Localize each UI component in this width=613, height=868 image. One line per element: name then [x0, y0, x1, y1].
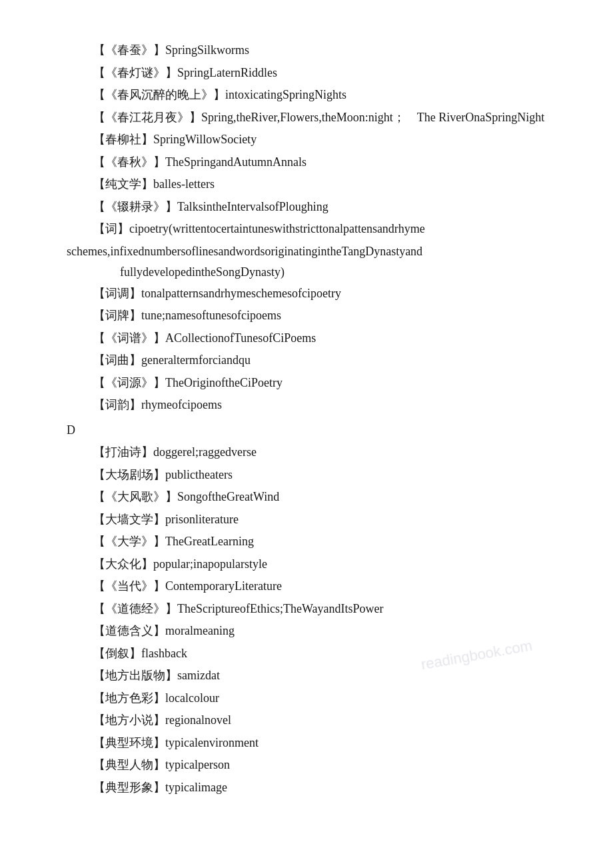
entry-dianxing-renwu: 【典型人物】typicalperson — [93, 755, 546, 776]
entry-ciyuan: 【《词源》】TheOriginoftheCiPoetry — [93, 373, 546, 394]
entry-chunliu: 【春柳社】SpringWillowSociety — [93, 129, 546, 151]
entry-dianxing-huanjing: 【典型环境】typicalenvironment — [93, 733, 546, 754]
ci-cont-line1: schemes,infixednumbersoflinesandwordsori… — [67, 241, 546, 263]
entry-cidiao: 【词调】tonalpatternsandrhymeschemesofcipoet… — [93, 283, 546, 305]
entry-cipu: 【《词谱》】ACollectionofTunesofCiPoems — [93, 328, 546, 349]
ci-cont-line2: fullydevelopedintheSongDynasty) — [120, 262, 546, 283]
entry-difang-xiaoshuo: 【地方小说】regionalnovel — [93, 710, 546, 731]
entry-dianxing-xingxiang: 【典型形象】typicalimage — [93, 777, 546, 799]
entry-chuncan: 【《春蚕》】SpringSilkworms — [93, 40, 546, 61]
section-d: D — [67, 420, 546, 441]
entry-dangdai: 【《当代》】ContemporaryLiterature — [93, 576, 546, 597]
entry-dafengge: 【《大风歌》】SongoftheGreatWind — [93, 487, 546, 508]
entry-ciyun: 【词韵】rhymeofcipoems — [93, 395, 546, 416]
entry-chunwenxue: 【纯文学】balles-letters — [93, 174, 546, 195]
entry-difang-chuban: 【地方出版物】samizdat — [93, 665, 546, 687]
entry-daqiangwenxue: 【大墙文学】prisonliterature — [93, 509, 546, 531]
entry-dachangjuchang: 【大场剧场】publictheaters — [93, 465, 546, 486]
entry-chunfeng: 【《春风沉醉的晚上》】intoxicatingSpringNights — [93, 85, 546, 106]
entry-ci-cont: schemes,infixednumbersoflinesandwordsori… — [67, 241, 546, 283]
entry-chunqiu: 【《春秋》】TheSpringandAutumnAnnals — [93, 152, 546, 173]
entry-chundengmi: 【《春灯谜》】SpringLaternRiddles — [93, 63, 546, 84]
entry-daxue: 【《大学》】TheGreatLearning — [93, 531, 546, 553]
entry-dazhonghua: 【大众化】popular;inapopularstyle — [93, 554, 546, 575]
entry-daosu: 【倒叙】flashback — [93, 643, 546, 665]
entry-ciqu: 【词曲】generaltermforciandqu — [93, 350, 546, 371]
entry-chuogeng: 【《辍耕录》】TalksintheIntervalsofPloughing — [93, 197, 546, 218]
entry-dayoushi: 【打油诗】doggerel;raggedverse — [93, 442, 546, 463]
entry-daodejing: 【《道德经》】TheScriptureofEthics;TheWayandIts… — [93, 599, 546, 620]
entry-chunjiang: 【《春江花月夜》】Spring,theRiver,Flowers,theMoon… — [93, 107, 546, 129]
entry-difang-secai: 【地方色彩】localcolour — [93, 688, 546, 709]
entry-daodehanyi: 【道德含义】moralmeaning — [93, 621, 546, 642]
page-content: 【《春蚕》】SpringSilkworms 【《春灯谜》】SpringLater… — [67, 40, 546, 798]
entry-ci: 【词】cipoetry(writtentocertaintuneswithstr… — [93, 219, 546, 240]
entry-cipai: 【词牌】tune;namesoftunesofcipoems — [93, 305, 546, 327]
